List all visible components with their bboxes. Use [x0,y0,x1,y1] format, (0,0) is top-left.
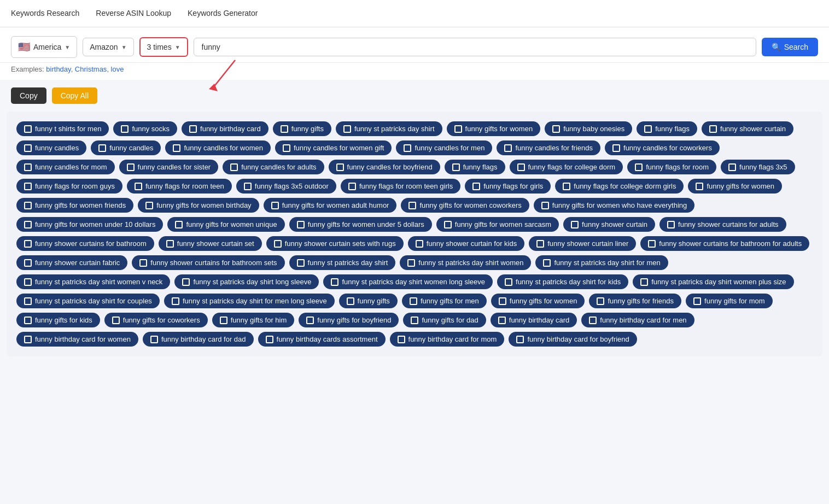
example-love[interactable]: love [111,65,124,73]
keyword-checkbox[interactable] [563,183,570,190]
keyword-tag[interactable]: funny gifts for women coworkers [401,198,529,213]
keyword-tag[interactable]: funny st patricks day shirt for couples [16,294,160,308]
keyword-checkbox[interactable] [411,317,418,324]
keyword-checkbox[interactable] [244,183,252,190]
keyword-tag[interactable]: funny flags for college dorm [510,160,623,174]
keyword-checkbox[interactable] [121,125,129,133]
keyword-tag[interactable]: funny st patricks day shirt for men [535,255,668,270]
keyword-tag[interactable]: funny flags [445,160,505,174]
keyword-checkbox[interactable] [230,163,238,171]
keyword-checkbox[interactable] [274,240,282,248]
keyword-tag[interactable]: funny gifts for him [212,313,295,327]
keyword-tag[interactable]: funny gifts for men [402,294,487,308]
keyword-checkbox[interactable] [24,144,32,152]
keyword-checkbox[interactable] [516,336,524,343]
keyword-checkbox[interactable] [504,144,512,152]
keyword-tag[interactable]: funny gifts for women birthday [138,198,259,213]
keyword-checkbox[interactable] [281,125,288,133]
search-input[interactable] [194,38,756,56]
nav-keywords-generator[interactable]: Keywords Generator [188,1,258,27]
keyword-checkbox[interactable] [24,221,32,228]
keyword-checkbox[interactable] [306,317,314,324]
keyword-checkbox[interactable] [444,221,452,228]
keyword-tag[interactable]: funny st patricks day shirt [289,255,396,270]
keyword-checkbox[interactable] [408,202,416,209]
keyword-tag[interactable]: funny shower curtains for adults [659,217,786,232]
keyword-checkbox[interactable] [517,163,525,171]
keyword-checkbox[interactable] [24,183,32,190]
copy-all-button[interactable]: Copy All [52,87,97,104]
nav-reverse-asin[interactable]: Reverse ASIN Lookup [96,1,171,27]
platform-selector[interactable]: Amazon ▼ [83,38,133,56]
keyword-tag[interactable]: funny shower curtain [563,217,655,232]
keyword-checkbox[interactable] [597,297,604,305]
keyword-checkbox[interactable] [452,163,460,171]
keyword-tag[interactable]: funny candles for men [396,140,492,155]
keyword-checkbox[interactable] [541,202,549,209]
keyword-tag[interactable]: funny gifts for women who have everythin… [534,198,694,213]
keyword-tag[interactable]: funny st patricks day shirt women long s… [323,274,493,289]
keyword-checkbox[interactable] [175,221,183,228]
keyword-tag[interactable]: funny birthday cards assortment [258,332,386,347]
keyword-checkbox[interactable] [640,278,648,286]
keyword-tag[interactable]: funny birthday card for men [581,313,694,327]
keyword-tag[interactable]: funny t shirts for men [16,121,109,136]
keyword-tag[interactable]: funny gifts for friends [589,294,681,308]
keyword-tag[interactable]: funny baby onesies [545,121,632,136]
keyword-tag[interactable]: funny candles for adults [223,160,324,174]
keyword-checkbox[interactable] [410,297,417,305]
keyword-tag[interactable]: funny shower curtain fabric [16,255,127,270]
keyword-checkbox[interactable] [145,202,153,209]
keyword-tag[interactable]: funny gifts for women sarcasm [436,217,559,232]
keyword-checkbox[interactable] [127,163,135,171]
keyword-checkbox[interactable] [24,240,32,248]
keyword-checkbox[interactable] [172,297,179,305]
keyword-tag[interactable]: funny gifts for mom [686,294,773,308]
keyword-tag[interactable]: funny birthday card for boyfriend [509,332,637,347]
keyword-tag[interactable]: funny candles for friends [497,140,600,155]
keyword-checkbox[interactable] [347,297,354,305]
keyword-tag[interactable]: funny gifts for coworkers [104,313,208,327]
keyword-checkbox[interactable] [112,317,120,324]
keyword-checkbox[interactable] [189,125,197,133]
keyword-checkbox[interactable] [635,163,643,171]
keyword-checkbox[interactable] [728,163,736,171]
example-christmas[interactable]: Christmas [75,65,107,73]
keyword-checkbox[interactable] [173,144,180,152]
keyword-tag[interactable]: funny shower curtain set [159,236,262,251]
keyword-checkbox[interactable] [24,336,32,343]
keyword-checkbox[interactable] [24,202,32,209]
keyword-checkbox[interactable] [150,336,158,343]
keyword-checkbox[interactable] [24,163,32,171]
keyword-tag[interactable]: funny birthday card [182,121,268,136]
keyword-checkbox[interactable] [612,144,620,152]
keyword-tag[interactable]: funny gifts for women friends [16,198,133,213]
keyword-tag[interactable]: funny flags for college dorm girls [555,179,684,194]
keyword-checkbox[interactable] [336,163,344,171]
keyword-tag[interactable]: funny candles for sister [119,160,219,174]
keyword-tag[interactable]: funny socks [113,121,177,136]
keyword-tag[interactable]: funny shower curtain sets with rugs [266,236,404,251]
keyword-checkbox[interactable] [331,278,338,286]
keyword-tag[interactable]: funny st patricks day shirt for men long… [164,294,335,308]
keyword-checkbox[interactable] [472,183,480,190]
keyword-checkbox[interactable] [24,125,32,133]
keyword-checkbox[interactable] [271,202,279,209]
keyword-tag[interactable]: funny shower curtains for bathroom for a… [640,236,809,251]
keyword-checkbox[interactable] [667,221,675,228]
keyword-tag[interactable]: funny candles for mom [16,160,115,174]
keyword-checkbox[interactable] [709,125,717,133]
example-birthday[interactable]: birthday [46,65,71,73]
keyword-tag[interactable]: funny st patricks day shirt long sleeve [174,274,319,289]
keyword-checkbox[interactable] [454,125,462,133]
keyword-tag[interactable]: funny candles for women gift [275,140,392,155]
keyword-tag[interactable]: funny gifts for women adult humor [264,198,397,213]
keyword-checkbox[interactable] [297,221,305,228]
keyword-tag[interactable]: funny st patricks day shirt women [400,255,531,270]
keyword-checkbox[interactable] [135,183,142,190]
keyword-tag[interactable]: funny gifts for kids [16,313,100,327]
keyword-tag[interactable]: funny candles for boyfriend [329,160,440,174]
keyword-checkbox[interactable] [536,240,544,248]
keyword-tag[interactable]: funny flags 3x5 [721,160,795,174]
keyword-checkbox[interactable] [499,297,506,305]
